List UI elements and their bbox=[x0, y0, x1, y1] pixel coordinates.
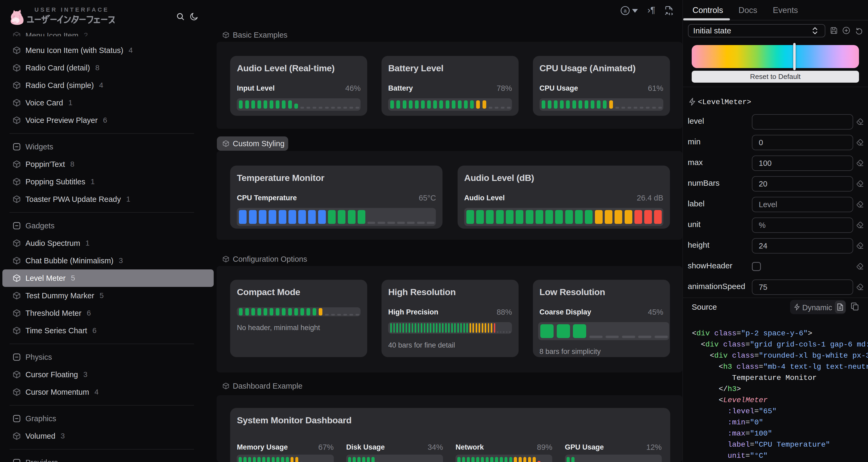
svg-text:a: a bbox=[624, 8, 626, 13]
